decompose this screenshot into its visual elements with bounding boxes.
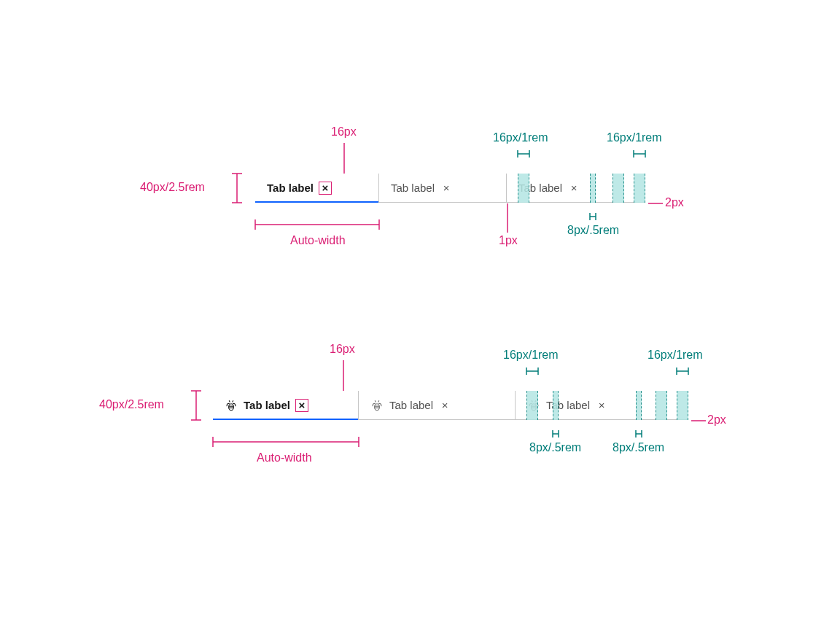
- auto-width-bracket: [255, 219, 379, 230]
- padding-highlight: [677, 391, 688, 420]
- bee-icon: [370, 399, 384, 412]
- svg-point-18: [229, 403, 234, 410]
- tab-label: Tab label: [244, 399, 290, 411]
- auto-width-label: Auto-width: [290, 234, 346, 247]
- svg-line-19: [229, 400, 230, 402]
- tab-item[interactable]: Tab label ×: [255, 174, 379, 202]
- auto-width-bracket: [213, 436, 359, 448]
- divider-leader: [507, 203, 508, 233]
- padding-16-label: 16px/1rem: [648, 349, 703, 362]
- divider-label: 1px: [499, 234, 518, 247]
- padding-highlight: [553, 391, 559, 420]
- underline-leader: [691, 420, 706, 421]
- close-icon[interactable]: ×: [568, 182, 580, 194]
- svg-line-20: [233, 400, 233, 402]
- padding-16-label: 16px/1rem: [503, 349, 559, 362]
- tab-item[interactable]: Tab label ×: [379, 174, 507, 202]
- gap-8-bracket: [636, 429, 642, 438]
- padding-16-bracket: [677, 367, 688, 376]
- icon-size-leader: [343, 143, 345, 174]
- tab-label: Tab label: [267, 182, 314, 194]
- icon-size-leader: [343, 360, 344, 391]
- underline-label: 2px: [707, 413, 726, 427]
- tab-item[interactable]: Tab label ×: [213, 391, 359, 419]
- icon-size-label: 16px: [330, 343, 355, 356]
- svg-line-22: [375, 400, 376, 402]
- padding-16-bracket: [634, 149, 645, 158]
- padding-highlight: [526, 391, 538, 420]
- underline-leader: [648, 203, 663, 204]
- padding-highlight: [634, 174, 645, 203]
- padding-16-label: 16px/1rem: [493, 131, 548, 144]
- gap-8-label: 8px/.5rem: [612, 441, 664, 454]
- underline-label: 2px: [665, 196, 684, 209]
- spec-diagram: Tab label × Tab label × Tab label × 40px…: [0, 0, 840, 630]
- gap-8-label: 8px/.5rem: [529, 441, 581, 454]
- gap-8-label: 8px/.5rem: [567, 224, 619, 237]
- height-label: 40px/2.5rem: [99, 398, 164, 411]
- padding-16-label: 16px/1rem: [607, 131, 662, 144]
- gap-8-bracket: [590, 212, 596, 221]
- svg-point-21: [375, 403, 380, 410]
- tab-item[interactable]: Tab label ×: [359, 391, 516, 419]
- tab-label: Tab label: [389, 399, 433, 411]
- padding-16-bracket: [526, 367, 538, 376]
- bee-icon: [225, 399, 238, 412]
- gap-8-bracket: [553, 429, 559, 438]
- padding-highlight: [656, 391, 667, 420]
- height-bracket: [229, 174, 245, 203]
- auto-width-label: Auto-width: [257, 451, 312, 464]
- icon-size-label: 16px: [331, 125, 357, 139]
- padding-highlight: [590, 174, 596, 203]
- tab-label: Tab label: [391, 182, 435, 194]
- padding-highlight: [612, 174, 624, 203]
- tabs-example-1: Tab label × Tab label × Tab label ×: [255, 174, 645, 203]
- close-icon[interactable]: ×: [439, 400, 451, 411]
- padding-highlight: [518, 174, 529, 203]
- height-bracket: [188, 391, 204, 420]
- padding-highlight: [636, 391, 642, 420]
- height-label: 40px/2.5rem: [140, 181, 205, 194]
- close-icon[interactable]: ×: [596, 400, 607, 411]
- padding-16-bracket: [518, 149, 529, 158]
- close-icon[interactable]: ×: [319, 182, 331, 194]
- tab-item[interactable]: Tab label ×: [516, 391, 672, 419]
- svg-line-23: [378, 400, 379, 402]
- close-icon[interactable]: ×: [440, 182, 452, 194]
- tabs-example-2: Tab label × Tab label × Tab label ×: [213, 391, 688, 420]
- close-icon[interactable]: ×: [296, 400, 308, 411]
